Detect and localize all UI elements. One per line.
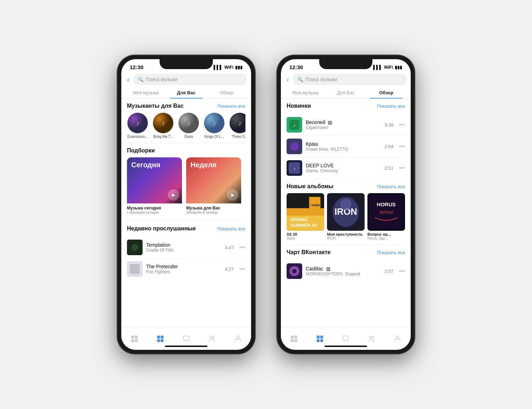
new-tracks-show-all[interactable]: Показать все xyxy=(377,103,405,109)
playlist-title-week: Неделя xyxy=(190,161,217,169)
artists-row: ♪ Evanescen... ♪ xyxy=(127,113,245,141)
album-horus[interactable]: HORUS ЗАРАЗА Вопрос вр... Horus, Зар... xyxy=(367,193,405,240)
svg-text:♪: ♪ xyxy=(187,119,190,127)
track-thumb-deeplove: ♪ xyxy=(287,160,302,176)
track-duration-krash: 2:54 xyxy=(384,144,393,149)
svg-text:♪: ♪ xyxy=(293,166,295,171)
artist-name-three: Three D... xyxy=(232,135,245,139)
chart-show-all[interactable]: Показать все xyxy=(377,250,405,255)
track-thumb-krash xyxy=(287,139,302,154)
track-krash[interactable]: Краш Клава Кока, NILETTO 2:54 ••• xyxy=(281,136,411,157)
phone-2-screen: 12:30 ▌▌▌ WiFi ▮▮▮ ‹ 🔍 Поиск музыки Моя … xyxy=(281,59,411,350)
track-more-temptation[interactable]: ••• xyxy=(239,244,245,251)
tab-my-music-2[interactable]: Моя музыка xyxy=(285,87,326,98)
track-name-krash: Краш xyxy=(306,141,381,147)
artist-item-three[interactable]: ♪ Three D... xyxy=(229,113,245,139)
album-artist-horus: Horus, Зар... xyxy=(367,236,405,240)
playlist-name-today: Музыка сегодня xyxy=(127,206,182,211)
search-input-box-2[interactable]: 🔍 Поиск музыки xyxy=(293,74,406,85)
tab-for-you-2[interactable]: Для Вас xyxy=(326,87,366,98)
playlist-week[interactable]: Неделя ▶ Музыка для Вас обновлён в четве… xyxy=(186,157,241,217)
search-placeholder-1: Поиск музыки xyxy=(146,77,178,82)
wifi-icon-1: WiFi xyxy=(225,65,233,70)
album-name-ss20: SS 20 xyxy=(287,232,324,236)
track-art-krash xyxy=(287,139,302,154)
nav-messages-2[interactable] xyxy=(337,333,354,344)
recent-header: Недавно прослушанные Показать все xyxy=(127,225,245,232)
track-thumb-pretender xyxy=(127,261,143,277)
nav-feed-2[interactable] xyxy=(286,333,303,344)
search-input-box-1[interactable]: 🔍 Поиск музыки xyxy=(134,74,247,85)
album-iroh[interactable]: IRON Моя преступность IROH xyxy=(327,193,365,240)
nav-music-2[interactable] xyxy=(311,333,328,344)
track-veselei[interactable]: ♪ Веселей E Скриптонит 3:38 ••• xyxy=(281,114,411,135)
nav-profile-2[interactable] xyxy=(389,333,406,344)
new-tracks-header: Новинки Показать все xyxy=(287,103,405,109)
nav-profile-icon-2 xyxy=(393,335,402,343)
track-thumb-cadillac xyxy=(287,263,302,279)
nav-friends-icon-1 xyxy=(208,335,216,343)
playlist-play-week[interactable]: ▶ xyxy=(227,189,238,201)
track-thumb-veselei: ♪ xyxy=(287,117,302,133)
track-art-pretender xyxy=(127,261,143,277)
back-button-2[interactable]: ‹ xyxy=(285,75,290,84)
nav-messages-icon-1 xyxy=(182,335,190,343)
track-cadillac[interactable]: Cadillac E MORGENSHTERN, Элджей 2:57 ••• xyxy=(281,260,411,282)
nav-friends-1[interactable] xyxy=(204,333,221,344)
track-thumb-temptation xyxy=(127,240,143,255)
artists-show-all[interactable]: Показать все xyxy=(217,103,245,109)
track-more-veselei[interactable]: ••• xyxy=(399,122,405,128)
track-more-krash[interactable]: ••• xyxy=(399,143,405,150)
nav-messages-1[interactable] xyxy=(178,333,195,344)
artist-avatar-bringme: ♪ xyxy=(153,113,173,133)
track-artist-temptation: Cradle Of Filth xyxy=(146,248,221,253)
svg-text:SUMMER 20: SUMMER 20 xyxy=(290,223,317,228)
artist-item-oasis[interactable]: ♪ Oasis xyxy=(178,113,199,139)
nav-profile-1[interactable] xyxy=(229,333,246,344)
home-indicator-2 xyxy=(325,346,367,347)
nav-feed-1[interactable] xyxy=(126,333,143,344)
playlist-cover-today: Сегодня ▶ xyxy=(127,157,182,203)
chart-header: Чарт ВКонтакте Показать все xyxy=(287,249,405,256)
track-deeplove[interactable]: ♪ DEEP LOVE Slame, Cherocky 2:51 ••• xyxy=(281,157,411,179)
playlist-info-today: Музыка сегодня • обновлён сегодня xyxy=(127,203,182,217)
svg-rect-14 xyxy=(131,336,134,338)
tab-browse-1[interactable]: Обзор xyxy=(206,87,247,98)
track-more-pretender[interactable]: ••• xyxy=(239,266,245,272)
svg-point-61 xyxy=(396,336,399,339)
search-bar-1: ‹ 🔍 Поиск музыки xyxy=(121,72,251,87)
tabs-row-1: Моя музыка Для Вас Обзор xyxy=(121,87,251,99)
track-more-deeplove[interactable]: ••• xyxy=(399,165,405,171)
new-tracks-title: Новинки xyxy=(287,103,311,109)
track-more-cadillac[interactable]: ••• xyxy=(399,268,405,274)
nav-friends-icon-2 xyxy=(367,335,376,343)
recent-show-all[interactable]: Показать все xyxy=(217,226,245,231)
artist-name-bringme: Bring Me T... xyxy=(153,135,173,139)
tab-for-you-1[interactable]: Для Вас xyxy=(166,87,206,98)
nav-music-1[interactable] xyxy=(152,333,169,344)
tab-browse-2[interactable]: Обзор xyxy=(366,87,406,98)
artist-item-bringme[interactable]: ♪ Bring Me T... xyxy=(153,113,174,139)
track-artist-deeplove: Slame, Cherocky xyxy=(306,168,381,173)
track-pretender[interactable]: The Pretender Foo Fighters 4:27 ••• xyxy=(121,258,251,280)
tab-my-music-1[interactable]: Моя музыка xyxy=(126,87,166,98)
playlist-updated-today: • обновлён сегодня xyxy=(127,211,182,214)
playlist-today[interactable]: Сегодня ▶ Музыка сегодня • обновлён сего… xyxy=(127,157,182,217)
new-albums-title: Новые альбомы xyxy=(287,183,333,190)
nav-friends-2[interactable] xyxy=(363,333,380,344)
new-albums-show-all[interactable]: Показать все xyxy=(377,184,405,189)
artist-item-kings[interactable]: ♪ Kings Of L... xyxy=(204,113,225,139)
artist-item-evanescence[interactable]: ♪ Evanescen... xyxy=(127,113,148,139)
signal-icon-1: ▌▌▌ xyxy=(214,65,223,70)
artist-avatar-oasis: ♪ xyxy=(178,113,199,133)
nav-messages-icon-2 xyxy=(342,335,350,343)
svg-rect-15 xyxy=(135,336,138,338)
playlist-updated-week: обновлён в четверг xyxy=(186,211,241,214)
track-temptation[interactable]: Temptation Cradle Of Filth 3:47 ••• xyxy=(121,237,251,258)
back-button-1[interactable]: ‹ xyxy=(126,75,131,84)
status-icons-2: ▌▌▌ WiFi ▮▮▮ xyxy=(373,65,402,70)
svg-rect-57 xyxy=(317,339,320,342)
album-ss20[interactable]: SPRING SUMMER 20 YANIX SS 20 Yanix xyxy=(287,193,324,240)
playlist-play-today[interactable]: ▶ xyxy=(168,189,179,201)
svg-point-43 xyxy=(340,199,351,210)
